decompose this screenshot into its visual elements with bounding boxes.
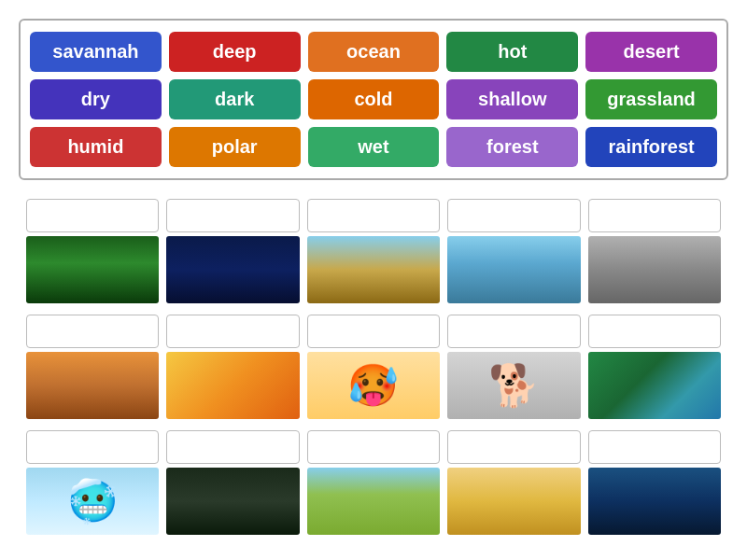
drop-box-1-2[interactable] [307, 315, 440, 348]
row-group-0 [19, 199, 728, 307]
word-chip-dark[interactable]: dark [169, 79, 301, 119]
img-cell-0-1 [166, 236, 299, 303]
word-chip-desert[interactable]: desert [585, 32, 717, 72]
img-cell-0-4 [588, 236, 721, 303]
img-cell-1-4 [588, 352, 721, 419]
row-group-2: 🥶 [19, 430, 728, 539]
img-cell-2-4 [588, 468, 721, 535]
drop-box-0-2[interactable] [307, 199, 440, 232]
word-chip-humid[interactable]: humid [30, 127, 162, 167]
img-cell-0-2 [307, 236, 440, 303]
image-row-1: 🥵🐕 [19, 352, 728, 419]
word-chip-forest[interactable]: forest [446, 127, 578, 167]
drop-box-0-4[interactable] [588, 199, 721, 232]
word-chip-ocean[interactable]: ocean [308, 32, 440, 72]
drop-box-2-0[interactable] [26, 430, 159, 464]
img-cell-2-2 [307, 468, 440, 535]
word-chip-hot[interactable]: hot [446, 32, 578, 72]
img-emoji-1-3: 🐕 [488, 365, 540, 406]
drop-section: 🥵🐕🥶 [19, 199, 728, 546]
img-cell-0-0 [26, 236, 159, 303]
drop-box-0-1[interactable] [166, 199, 299, 232]
img-emoji-1-2: 🥵 [347, 365, 399, 406]
word-chip-rainforest[interactable]: rainforest [585, 127, 717, 167]
drop-box-2-2[interactable] [307, 430, 440, 464]
word-chip-dry[interactable]: dry [30, 79, 162, 119]
word-chip-grassland[interactable]: grassland [585, 79, 717, 119]
drop-row-1 [19, 315, 728, 348]
word-bank: savannahdeepoceanhotdesertdrydarkcoldsha… [19, 19, 728, 180]
image-row-0 [19, 236, 728, 303]
img-cell-1-1 [166, 352, 299, 419]
drop-box-0-3[interactable] [447, 199, 580, 232]
img-cell-2-0: 🥶 [26, 468, 159, 535]
row-group-1: 🥵🐕 [19, 315, 728, 423]
word-chip-polar[interactable]: polar [169, 127, 301, 167]
word-chip-cold[interactable]: cold [308, 79, 440, 119]
img-cell-1-3: 🐕 [447, 352, 580, 419]
img-emoji-2-0: 🥶 [67, 481, 119, 522]
word-chip-deep[interactable]: deep [169, 32, 301, 72]
drop-box-1-1[interactable] [166, 315, 299, 348]
img-cell-1-0 [26, 352, 159, 419]
drop-row-2 [19, 430, 728, 464]
word-chip-shallow[interactable]: shallow [446, 79, 578, 119]
image-row-2: 🥶 [19, 468, 728, 535]
img-cell-1-2: 🥵 [307, 352, 440, 419]
drop-row-0 [19, 199, 728, 232]
word-chip-savannah[interactable]: savannah [30, 32, 162, 72]
drop-box-1-3[interactable] [447, 315, 580, 348]
word-chip-wet[interactable]: wet [308, 127, 440, 167]
img-cell-0-3 [447, 236, 580, 303]
drop-box-0-0[interactable] [26, 199, 159, 232]
drop-box-2-1[interactable] [166, 430, 299, 464]
img-cell-2-1 [166, 468, 299, 535]
drop-box-1-0[interactable] [26, 315, 159, 348]
drop-box-2-4[interactable] [588, 430, 721, 464]
img-cell-2-3 [447, 468, 580, 535]
drop-box-1-4[interactable] [588, 315, 721, 348]
drop-box-2-3[interactable] [447, 430, 580, 464]
main-container: savannahdeepoceanhotdesertdrydarkcoldsha… [0, 0, 747, 560]
